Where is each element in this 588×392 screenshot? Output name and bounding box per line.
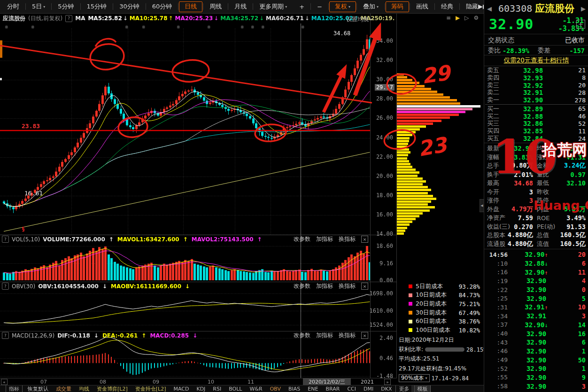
weibi-label: 委比 [488, 46, 501, 55]
tab-指标[interactable]: 指标 [6, 385, 23, 392]
tick-time: :10 [487, 260, 508, 267]
scroll-left-button[interactable]: « [1, 379, 8, 385]
help-icon[interactable]: ? [2, 283, 9, 290]
zoom-in-button[interactable]: + [294, 1, 310, 12]
stat-value: 9.80万 [506, 161, 537, 170]
next-stock-button[interactable]: ▶ [581, 5, 586, 12]
change-params-button[interactable]: 改参数 [294, 235, 310, 243]
add-indicator-button[interactable]: 加指标 [316, 331, 333, 339]
order-book-row[interactable]: 卖四32.938 [484, 74, 588, 82]
tick-row: :4932.9050 [484, 355, 588, 364]
tab-成交量[interactable]: 成交量 [52, 385, 75, 392]
stat-row: 涨停3跌停 [484, 196, 588, 205]
tab-BRAR[interactable]: BRAR [322, 386, 343, 392]
period-button-30分钟[interactable]: 30分钟 [114, 1, 145, 12]
order-book-row[interactable]: 买四32.8511 [484, 127, 588, 135]
period-button-60分钟[interactable]: 60分钟 [147, 1, 178, 12]
order-book-row[interactable]: 买二32.8846 [484, 113, 588, 120]
tick-volume: 3 [565, 312, 586, 320]
book-volume: 28 [560, 89, 586, 96]
help-icon[interactable]: ? [2, 332, 9, 339]
indicator-tick: 1524.00 [369, 322, 393, 328]
chip-legend-row: 30日前成本67.49% [397, 308, 484, 317]
tab-MACD[interactable]: MACD [170, 386, 193, 392]
period-button-日线[interactable]: 日线 [179, 1, 202, 12]
cost-range-dropdown[interactable]: 90%成本▾ [399, 374, 430, 382]
scroll-right-button[interactable]: » [384, 379, 391, 385]
vol-value: MAVOL2:75143.500 [192, 236, 254, 243]
order-book-row[interactable]: 卖一32.90278 [484, 96, 588, 104]
legend-swatch-icon [409, 320, 412, 323]
change-params-button[interactable]: 改参数 [294, 331, 310, 339]
zoom-out-button-label: − [317, 3, 322, 10]
tab-模板[interactable]: 模板 [414, 385, 431, 392]
close-pane-icon[interactable]: × [361, 236, 368, 243]
help-icon[interactable]: ? [2, 236, 9, 243]
period-button-5分钟[interactable]: 5分钟 [52, 1, 79, 12]
chart-stock-name: 应流股份 [3, 15, 25, 23]
close-pane-icon[interactable]: × [361, 332, 368, 339]
chip-bar [397, 189, 431, 191]
tab-更多[interactable]: 更多 [395, 385, 412, 392]
chip-bar [397, 82, 419, 84]
order-book-row[interactable]: 卖二32.9128 [484, 89, 588, 96]
tab-KDJ[interactable]: KDJ [193, 386, 209, 392]
tab-DMI[interactable]: DMI [360, 386, 377, 392]
order-book-row[interactable]: 买五32.8424 [484, 135, 588, 142]
stat-label: 流值 [537, 240, 557, 248]
order-book-row[interactable]: 买三32.8652 [484, 120, 588, 128]
period-button-分时[interactable]: 分时 [1, 1, 25, 12]
period-button-月线[interactable]: 月线 [229, 1, 252, 12]
stat-row: 外盘4.79万内盘5.01万 [484, 205, 588, 214]
tab-DKX[interactable]: DKX [377, 386, 395, 392]
classic-button[interactable]: 经典 [435, 1, 459, 12]
avg-cost: 平均成本:25.51 [399, 355, 439, 363]
add-indicator-button[interactable]: 加指标 [316, 235, 333, 243]
tab-W&R[interactable]: W&R [246, 386, 266, 392]
play-icon[interactable]: ▶ [456, 15, 460, 21]
tab-BOLL[interactable]: BOLL [225, 386, 246, 392]
tick-time: :31 [487, 304, 508, 311]
switch-indicator-button[interactable]: 换指标 [339, 235, 356, 243]
tick-volume: 0 [565, 286, 586, 293]
macd-value: DIF:-0.118 [57, 332, 90, 339]
gear-icon[interactable]: ⚙ [474, 15, 479, 21]
tick-row: :1932.904 [484, 277, 588, 285]
tab-OBV[interactable]: OBV [266, 386, 285, 392]
switch-indicator-button[interactable]: 换指标 [339, 282, 356, 290]
change-params-button[interactable]: 改参数 [294, 282, 310, 290]
prev-stock-button[interactable]: ◀ [487, 5, 492, 12]
book-volume: 20 [560, 82, 586, 89]
level2-upsell-link[interactable]: 仅需20元查看十档行情 [484, 56, 588, 65]
switch-indicator-button[interactable]: 换指标 [339, 331, 356, 339]
order-book-row[interactable]: 卖五32.9821 [484, 67, 588, 74]
overlay-button[interactable]: 叠加▾ [357, 1, 384, 12]
chips-button[interactable]: 筹码 [386, 1, 409, 12]
tab-CCI[interactable]: CCI [343, 386, 360, 392]
period-button-更多周期[interactable]: 更多周期▾ [254, 1, 293, 12]
tab-资金博弈[L2][interactable]: 资金博弈[L2] [93, 385, 132, 392]
play-outline-icon[interactable]: ▷ [464, 15, 469, 21]
tab-资金持仓[L2][interactable]: 资金持仓[L2] [132, 385, 170, 392]
close-pane-icon[interactable]: × [361, 283, 368, 290]
period-button-周线[interactable]: 周线 [204, 1, 227, 12]
add-to-watchlist-button[interactable]: + [576, 20, 585, 29]
tab-BIAS[interactable]: BIAS [285, 386, 304, 392]
list-icon[interactable]: ≡ [446, 15, 451, 21]
stat-value: 4.880亿 [506, 231, 537, 239]
fuquan-button[interactable]: 复权▾ [329, 1, 356, 12]
drawline-button[interactable]: 画线 [410, 1, 434, 12]
help-icon[interactable]: ? [65, 15, 72, 22]
order-book-row[interactable]: 卖三32.9220 [484, 82, 588, 89]
tab-均线[interactable]: 均线 [75, 385, 93, 392]
ma-settings-button[interactable]: 设置均线 ▾ [346, 15, 372, 23]
tab-ENE[interactable]: ENE [304, 386, 322, 392]
order-book-row[interactable]: 买一32.8965 [484, 105, 588, 113]
main-chart-canvas[interactable] [0, 23, 370, 235]
tab-恢复默认[interactable]: 恢复默认 [24, 385, 52, 392]
add-indicator-button[interactable]: 加指标 [316, 282, 333, 290]
period-button-15分钟[interactable]: 15分钟 [81, 1, 113, 12]
tab-RSI[interactable]: RSI [209, 386, 225, 392]
period-button-5日[interactable]: 5日▾ [26, 1, 51, 12]
zoom-out-button[interactable]: − [311, 1, 328, 12]
